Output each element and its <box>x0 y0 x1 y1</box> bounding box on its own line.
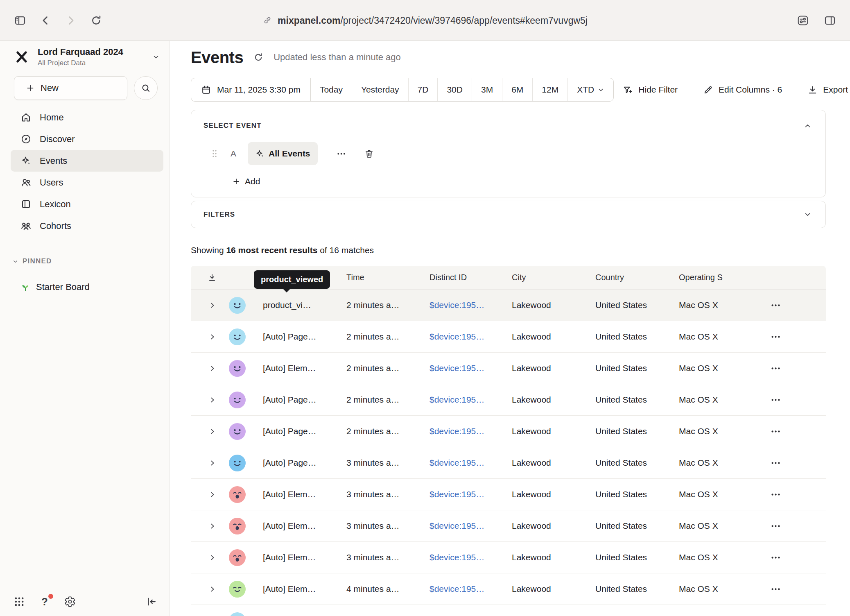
distinct-id-link[interactable]: $device:195… <box>428 489 510 499</box>
expand-filters-button[interactable] <box>802 209 813 220</box>
distinct-id-link[interactable]: $device:195… <box>428 458 510 468</box>
hide-filter-button[interactable]: Hide Filter <box>623 85 678 95</box>
distinct-id-link[interactable]: $device:195… <box>428 300 510 310</box>
collapse-sidebar-button[interactable] <box>145 595 158 609</box>
sidebar-item-lexicon[interactable]: Lexicon <box>11 193 163 215</box>
row-actions-button[interactable] <box>767 549 784 566</box>
refresh-button[interactable] <box>251 50 265 64</box>
distinct-id-link[interactable]: $device:195… <box>428 584 510 594</box>
url-bar[interactable]: mixpanel.com/project/3472420/view/397469… <box>262 15 588 26</box>
table-row[interactable]: [Auto] Elem…4 minutes a…$device:195…Lake… <box>191 573 826 605</box>
range-6m-button[interactable]: 6M <box>502 78 532 101</box>
row-expand-chevron-icon[interactable] <box>208 490 217 499</box>
time-cell: 3 minutes a… <box>345 521 428 531</box>
distinct-id-link[interactable]: $device:195… <box>428 521 510 531</box>
edit-columns-button[interactable]: Edit Columns · 6 <box>703 85 782 95</box>
table-row[interactable]: [Auto] Page…2 minutes a…$device:195…Lake… <box>191 321 826 353</box>
table-row[interactable]: [Auto] Elem…3 minutes a…$device:195…Lake… <box>191 479 826 510</box>
sidebar-item-starter-board[interactable]: Starter Board <box>11 276 163 298</box>
column-header-distinct-id[interactable]: Distinct ID <box>428 273 510 282</box>
country-cell: United States <box>594 553 677 562</box>
row-expand-chevron-icon[interactable] <box>208 301 217 310</box>
range-30d-button[interactable]: 30D <box>437 78 472 101</box>
events-icon <box>20 155 32 166</box>
table-row[interactable]: product_vi…2 minutes a…$device:195…Lakew… <box>191 290 826 321</box>
pinned-section-toggle[interactable]: PINNED <box>12 257 169 265</box>
row-actions-button[interactable] <box>767 423 784 439</box>
new-button[interactable]: New <box>14 76 127 100</box>
row-actions-button[interactable] <box>767 455 784 471</box>
column-header-country[interactable]: Country <box>594 273 677 282</box>
column-header-time[interactable]: Time <box>345 273 428 282</box>
sidebar-item-events[interactable]: Events <box>11 150 163 172</box>
sidebar-item-cohorts[interactable]: Cohorts <box>11 215 163 237</box>
row-actions-button[interactable] <box>767 392 784 408</box>
settings-button[interactable] <box>63 595 77 609</box>
forward-button[interactable] <box>61 11 80 30</box>
range-xtd-button[interactable]: XTD <box>567 78 613 101</box>
range-7d-button[interactable]: 7D <box>408 78 438 101</box>
collapse-select-event-button[interactable] <box>802 120 813 131</box>
distinct-id-link[interactable]: $device:195… <box>428 395 510 405</box>
sidebar-item-discover[interactable]: Discover <box>11 128 163 150</box>
workspace-switcher[interactable]: Lord Farquaad 2024 All Project Data <box>12 47 160 67</box>
date-picker-button[interactable]: Mar 11, 2025 3:30 pm <box>191 78 311 101</box>
row-actions-button[interactable] <box>767 328 784 345</box>
table-row[interactable]: [Auto] Elem…3 minutes a…$device:195…Lake… <box>191 542 826 573</box>
distinct-id-link[interactable]: $device:195… <box>428 553 510 562</box>
table-row[interactable]: [Auto] Page…3 minutes a…$device:195…Lake… <box>191 447 826 479</box>
hide-filter-label: Hide Filter <box>638 85 678 95</box>
distinct-id-link[interactable]: $device:195… <box>428 332 510 342</box>
row-actions-button[interactable] <box>767 486 784 503</box>
right-sidebar-toggle-button[interactable] <box>821 11 839 30</box>
row-actions-button[interactable] <box>767 360 784 376</box>
row-expand-chevron-icon[interactable] <box>208 364 217 373</box>
os-cell: Mac OS X <box>677 458 767 468</box>
row-actions-button[interactable] <box>767 612 784 616</box>
browser-sidebar-toggle-button[interactable] <box>11 11 29 30</box>
download-icon <box>807 85 818 95</box>
row-expand-chevron-icon[interactable] <box>208 584 217 593</box>
distinct-id-link[interactable]: $device:195… <box>428 426 510 436</box>
os-cell: Mac OS X <box>677 395 767 405</box>
row-expand-chevron-icon[interactable] <box>208 427 217 436</box>
range-today-button[interactable]: Today <box>311 78 352 101</box>
table-row[interactable]: [Auto] Elem…2 minutes a…$device:195…Lake… <box>191 353 826 384</box>
drag-handle[interactable] <box>212 149 217 158</box>
column-header-city[interactable]: City <box>510 273 594 282</box>
row-expand-chevron-icon[interactable] <box>208 395 217 404</box>
time-cell: 3 minutes a… <box>345 458 428 468</box>
table-row[interactable]: [Auto] Elem…3 minutes a…$device:195…Lake… <box>191 510 826 542</box>
table-row[interactable] <box>191 605 826 616</box>
table-row[interactable]: [Auto] Page…2 minutes a…$device:195…Lake… <box>191 416 826 447</box>
table-row[interactable]: [Auto] Page…2 minutes a…$device:195…Lake… <box>191 384 826 416</box>
jump-to-latest-icon[interactable] <box>207 273 217 283</box>
apps-grid-button[interactable] <box>12 595 26 609</box>
row-expand-chevron-icon[interactable] <box>208 553 217 562</box>
search-button[interactable] <box>134 76 158 100</box>
sidebar-item-users[interactable]: Users <box>11 172 163 193</box>
distinct-id-link[interactable]: $device:195… <box>428 363 510 373</box>
page-settings-button[interactable] <box>793 11 812 30</box>
export-button[interactable]: Export <box>807 85 848 95</box>
event-selector-chip[interactable]: All Events <box>248 142 318 165</box>
help-button[interactable]: ? <box>38 595 52 609</box>
row-expand-chevron-icon[interactable] <box>208 332 217 341</box>
delete-event-button[interactable] <box>362 146 377 161</box>
row-actions-button[interactable] <box>767 518 784 534</box>
range-yesterday-button[interactable]: Yesterday <box>352 78 408 101</box>
column-header-os[interactable]: Operating S <box>677 273 767 282</box>
row-expand-chevron-icon[interactable] <box>208 458 217 467</box>
add-event-button[interactable]: Add <box>232 177 260 186</box>
reload-button[interactable] <box>87 11 106 30</box>
row-actions-button[interactable] <box>767 581 784 597</box>
row-actions-button[interactable] <box>767 297 784 313</box>
range-3m-button[interactable]: 3M <box>472 78 502 101</box>
range-12m-button[interactable]: 12M <box>532 78 567 101</box>
sidebar-item-home[interactable]: Home <box>11 106 163 128</box>
back-button[interactable] <box>36 11 55 30</box>
lexicon-icon <box>20 199 32 210</box>
pinned-board-label: Starter Board <box>36 282 90 292</box>
event-options-button[interactable] <box>334 146 349 161</box>
row-expand-chevron-icon[interactable] <box>208 521 217 530</box>
